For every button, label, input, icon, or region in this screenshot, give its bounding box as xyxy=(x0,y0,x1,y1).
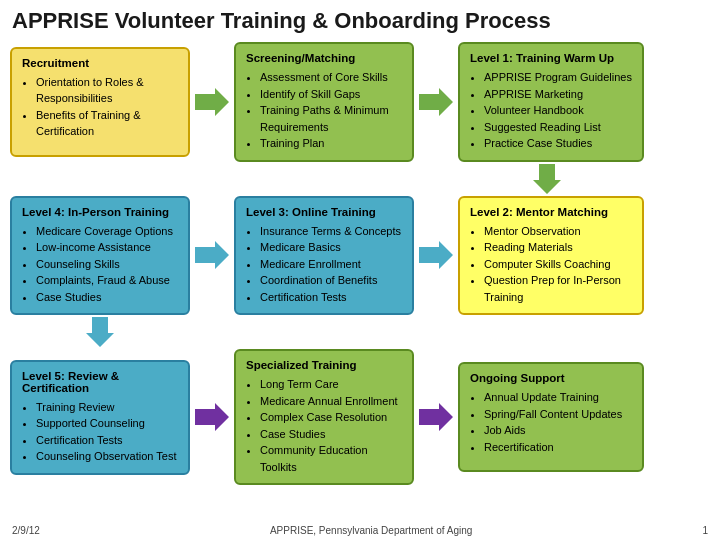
card-level3-item1: Insurance Terms & Concepts xyxy=(260,223,402,240)
card-specialized-title: Specialized Training xyxy=(246,359,402,371)
card-level5-title: Level 5: Review & Certification xyxy=(22,370,178,394)
card-level4-item1: Medicare Coverage Options xyxy=(36,223,178,240)
card-level4-title: Level 4: In-Person Training xyxy=(22,206,178,218)
card-level2-item2: Reading Materials xyxy=(484,239,632,256)
card-level5: Level 5: Review & Certification Training… xyxy=(10,360,190,475)
card-level3-item4: Coordination of Benefits xyxy=(260,272,402,289)
card-level1: Level 1: Training Warm Up APPRISE Progra… xyxy=(458,42,644,162)
card-level1-title: Level 1: Training Warm Up xyxy=(470,52,632,64)
arrow-down-1 xyxy=(533,164,561,194)
card-level5-item2: Supported Counseling xyxy=(36,415,178,432)
card-level1-item3: Volunteer Handbook xyxy=(484,102,632,119)
card-level1-item1: APPRISE Program Guidelines xyxy=(484,69,632,86)
card-ongoing-item2: Spring/Fall Content Updates xyxy=(484,406,632,423)
arrow-right-4 xyxy=(418,402,454,432)
card-level4-item4: Complaints, Fraud & Abuse xyxy=(36,272,178,289)
card-level4-item5: Case Studies xyxy=(36,289,178,306)
card-screening-item2: Identify of Skill Gaps xyxy=(260,86,402,103)
card-level1-item4: Suggested Reading List xyxy=(484,119,632,136)
card-level2-item3: Computer Skills Coaching xyxy=(484,256,632,273)
card-screening-item4: Training Plan xyxy=(260,135,402,152)
card-ongoing-item4: Recertification xyxy=(484,439,632,456)
card-specialized-item3: Complex Case Resolution xyxy=(260,409,402,426)
arrow-left-2 xyxy=(418,240,454,270)
svg-marker-5 xyxy=(86,317,114,347)
svg-marker-4 xyxy=(419,241,453,269)
arrow-right-2 xyxy=(418,87,454,117)
card-level5-item3: Certification Tests xyxy=(36,432,178,449)
card-level4-item2: Low-income Assistance xyxy=(36,239,178,256)
svg-marker-6 xyxy=(195,403,229,431)
card-level5-item4: Counseling Observation Test xyxy=(36,448,178,465)
card-specialized-item2: Medicare Annual Enrollment xyxy=(260,393,402,410)
card-level2: Level 2: Mentor Matching Mentor Observat… xyxy=(458,196,644,316)
arrow-right-3 xyxy=(194,402,230,432)
svg-marker-7 xyxy=(419,403,453,431)
card-ongoing-title: Ongoing Support xyxy=(470,372,632,384)
arrow-down-2 xyxy=(86,317,114,347)
card-level2-item1: Mentor Observation xyxy=(484,223,632,240)
page-title: APPRISE Volunteer Training & Onboarding … xyxy=(0,0,720,38)
card-level1-item5: Practice Case Studies xyxy=(484,135,632,152)
card-recruitment-item2: Benefits of Training & Certification xyxy=(36,107,178,140)
card-recruitment: Recruitment Orientation to Roles & Respo… xyxy=(10,47,190,157)
card-level4: Level 4: In-Person Training Medicare Cov… xyxy=(10,196,190,316)
footer-date: 2/9/12 xyxy=(12,525,40,536)
card-specialized-item5: Community Education Toolkits xyxy=(260,442,402,475)
card-level3-item5: Certification Tests xyxy=(260,289,402,306)
card-screening: Screening/Matching Assessment of Core Sk… xyxy=(234,42,414,162)
arrow-left-1 xyxy=(194,240,230,270)
arrow-right-1 xyxy=(194,87,230,117)
svg-marker-3 xyxy=(195,241,229,269)
card-ongoing-item3: Job Aids xyxy=(484,422,632,439)
card-specialized: Specialized Training Long Term Care Medi… xyxy=(234,349,414,485)
svg-marker-1 xyxy=(419,88,453,116)
card-level5-item1: Training Review xyxy=(36,399,178,416)
footer-center: APPRISE, Pennsylvania Department of Agin… xyxy=(270,525,472,536)
card-level1-item2: APPRISE Marketing xyxy=(484,86,632,103)
card-level2-title: Level 2: Mentor Matching xyxy=(470,206,632,218)
card-level2-item4: Question Prep for In-Person Training xyxy=(484,272,632,305)
card-level3-item2: Medicare Basics xyxy=(260,239,402,256)
card-level3-item3: Medicare Enrollment xyxy=(260,256,402,273)
card-screening-item1: Assessment of Core Skills xyxy=(260,69,402,86)
card-recruitment-item1: Orientation to Roles & Responsibilities xyxy=(36,74,178,107)
svg-marker-2 xyxy=(533,164,561,194)
footer-page: 1 xyxy=(702,525,708,536)
card-ongoing-item1: Annual Update Training xyxy=(484,389,632,406)
card-level4-item3: Counseling Skills xyxy=(36,256,178,273)
card-screening-title: Screening/Matching xyxy=(246,52,402,64)
card-specialized-item1: Long Term Care xyxy=(260,376,402,393)
card-screening-item3: Training Paths & Minimum Requirements xyxy=(260,102,402,135)
card-level3-title: Level 3: Online Training xyxy=(246,206,402,218)
card-specialized-item4: Case Studies xyxy=(260,426,402,443)
card-recruitment-title: Recruitment xyxy=(22,57,178,69)
card-level3: Level 3: Online Training Insurance Terms… xyxy=(234,196,414,316)
card-ongoing: Ongoing Support Annual Update Training S… xyxy=(458,362,644,472)
svg-marker-0 xyxy=(195,88,229,116)
